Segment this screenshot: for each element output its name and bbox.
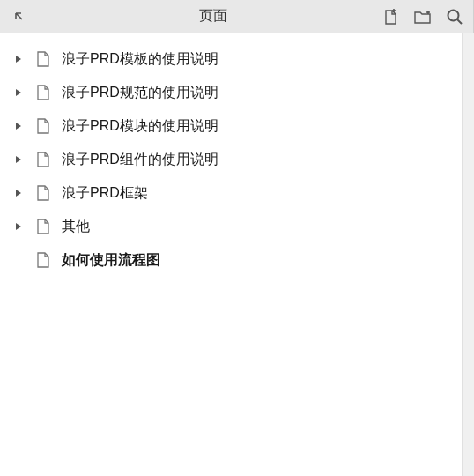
- tree-item-label: 浪子PRD模板的使用说明: [62, 50, 218, 69]
- tree-item-label: 如何使用流程图: [62, 251, 160, 270]
- expand-arrow-icon[interactable]: [12, 86, 25, 99]
- expand-arrow-icon[interactable]: [12, 220, 25, 233]
- header-left: [9, 7, 44, 26]
- collapse-panel-icon[interactable]: [9, 7, 28, 26]
- tree-item[interactable]: 浪子PRD组件的使用说明: [0, 143, 473, 176]
- tree-item[interactable]: 浪子PRD模块的使用说明: [0, 109, 473, 143]
- tree-item[interactable]: 浪子PRD框架: [0, 176, 473, 210]
- tree-item[interactable]: 浪子PRD规范的使用说明: [0, 76, 473, 109]
- expand-arrow-icon[interactable]: [12, 153, 25, 166]
- page-icon: [35, 84, 51, 101]
- page-icon: [35, 184, 51, 202]
- tree-item-label: 浪子PRD模块的使用说明: [62, 117, 218, 136]
- page-icon: [35, 218, 51, 235]
- page-icon: [35, 251, 51, 269]
- header-actions: [381, 7, 464, 26]
- tree-item-label: 浪子PRD框架: [62, 184, 148, 203]
- tree-item[interactable]: 浪子PRD模板的使用说明: [0, 42, 473, 76]
- page-icon: [35, 151, 51, 168]
- expand-arrow-icon[interactable]: [12, 120, 25, 132]
- new-folder-icon[interactable]: [413, 7, 433, 26]
- page-icon: [35, 50, 51, 68]
- panel-header: 页面: [0, 0, 473, 33]
- tree-item[interactable]: 其他: [0, 210, 473, 243]
- expand-arrow-icon[interactable]: [12, 53, 25, 65]
- page-tree: 浪子PRD模板的使用说明浪子PRD规范的使用说明浪子PRD模块的使用说明浪子PR…: [0, 33, 473, 476]
- scrollbar[interactable]: [462, 33, 474, 476]
- tree-item-label: 浪子PRD组件的使用说明: [62, 151, 218, 169]
- new-page-icon[interactable]: [381, 7, 401, 26]
- page-icon: [35, 117, 51, 135]
- svg-point-0: [448, 10, 459, 20]
- expand-arrow-icon[interactable]: [12, 187, 25, 199]
- tree-item-label: 其他: [62, 218, 90, 236]
- panel-title: 页面: [44, 7, 381, 26]
- tree-item-label: 浪子PRD规范的使用说明: [62, 84, 218, 102]
- pages-panel: 页面 浪子PRD模板的: [0, 0, 474, 476]
- tree-item[interactable]: 如何使用流程图: [0, 243, 473, 277]
- search-icon[interactable]: [445, 7, 464, 26]
